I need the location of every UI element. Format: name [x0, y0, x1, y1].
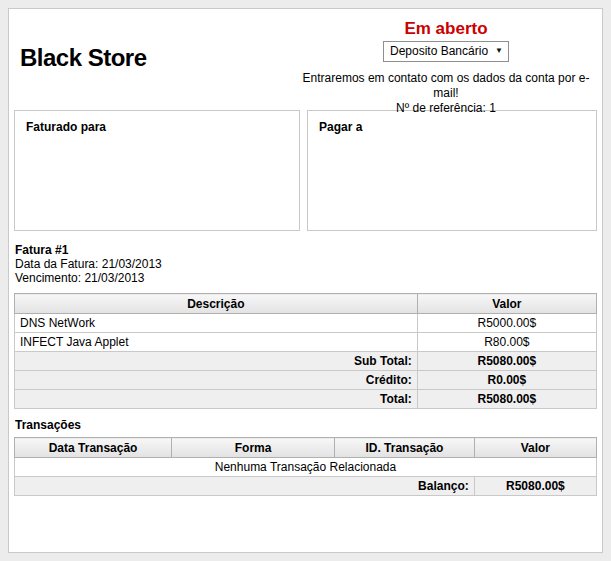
- payment-method-value: Deposito Bancário: [390, 44, 488, 58]
- credit-value: R0.00$: [417, 371, 596, 390]
- invoice-meta: Fatura #1 Data da Fatura: 21/03/2013 Ven…: [15, 243, 597, 285]
- invoice-items-table: Descrição Valor DNS NetWork R5000.00$ IN…: [14, 293, 597, 409]
- balance-row: Balanço: R5080.00$: [15, 477, 597, 496]
- empty-transactions-row: Nenhuma Transação Relacionada: [15, 458, 597, 477]
- transactions-title: Transações: [15, 418, 597, 432]
- subtotal-row: Sub Total: R5080.00$: [15, 352, 597, 371]
- invoice-card: Black Store Em aberto Deposito Bancário …: [8, 8, 603, 553]
- credit-label: Crédito:: [15, 371, 418, 390]
- balance-label: Balanço:: [15, 477, 475, 496]
- header-right-panel: Em aberto Deposito Bancário ▼ Entraremos…: [297, 20, 595, 116]
- transactions-table: Data Transação Forma ID. Transação Valor…: [14, 437, 597, 496]
- balance-value: R5080.00$: [474, 477, 596, 496]
- transactions-header-row: Data Transação Forma ID. Transação Valor: [15, 438, 597, 458]
- table-row: DNS NetWork R5000.00$: [15, 314, 597, 333]
- item-description: DNS NetWork: [15, 314, 418, 333]
- item-description: INFECT Java Applet: [15, 333, 418, 352]
- invoice-table-header-row: Descrição Valor: [15, 294, 597, 314]
- column-header-method: Forma: [172, 438, 335, 458]
- payment-note: Entraremos em contato com os dados da co…: [297, 71, 595, 116]
- subtotal-value: R5080.00$: [417, 352, 596, 371]
- payment-method-select[interactable]: Deposito Bancário ▼: [383, 41, 509, 62]
- page-header: Black Store Em aberto Deposito Bancário …: [14, 14, 597, 110]
- invoice-date: Data da Fatura: 21/03/2013: [15, 257, 597, 271]
- column-header-transaction-date: Data Transação: [15, 438, 172, 458]
- chevron-down-icon: ▼: [495, 46, 503, 56]
- total-row: Total: R5080.00$: [15, 390, 597, 409]
- billed-to-box: Faturado para: [14, 110, 300, 231]
- pay-to-label: Pagar a: [319, 120, 585, 134]
- item-value: R80.00$: [417, 333, 596, 352]
- column-header-value: Valor: [417, 294, 596, 314]
- column-header-transaction-id: ID. Transação: [335, 438, 475, 458]
- billing-boxes: Faturado para Pagar a: [14, 110, 597, 231]
- subtotal-label: Sub Total:: [15, 352, 418, 371]
- table-row: INFECT Java Applet R80.00$: [15, 333, 597, 352]
- pay-to-box: Pagar a: [307, 110, 597, 231]
- column-header-description: Descrição: [15, 294, 418, 314]
- billed-to-label: Faturado para: [26, 120, 288, 134]
- item-value: R5000.00$: [417, 314, 596, 333]
- total-value: R5080.00$: [417, 390, 596, 409]
- invoice-status: Em aberto: [297, 20, 595, 38]
- invoice-due-date: Vencimento: 21/03/2013: [15, 271, 597, 285]
- brand-title: Black Store: [20, 44, 147, 72]
- payment-note-line1: Entraremos em contato com os dados da co…: [297, 71, 595, 101]
- total-label: Total:: [15, 390, 418, 409]
- empty-transactions-message: Nenhuma Transação Relacionada: [15, 458, 597, 477]
- column-header-value: Valor: [474, 438, 596, 458]
- invoice-title: Fatura #1: [15, 243, 597, 257]
- credit-row: Crédito: R0.00$: [15, 371, 597, 390]
- payment-note-line2: Nº de referência: 1: [297, 101, 595, 116]
